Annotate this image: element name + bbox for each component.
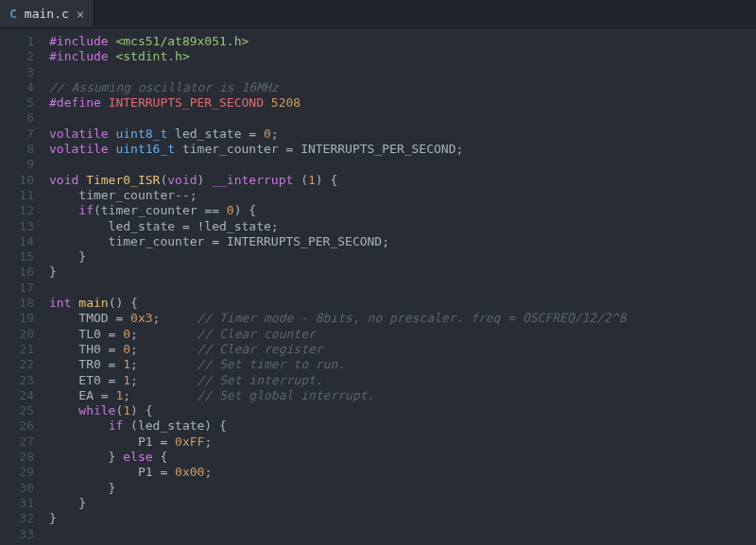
line-number: 5 <box>0 95 34 111</box>
code-line[interactable] <box>49 527 627 542</box>
code-line[interactable]: #include <stdint.h> <box>49 49 627 64</box>
line-number: 12 <box>0 203 34 218</box>
line-number: 29 <box>0 465 34 480</box>
token-kw: int <box>49 296 71 310</box>
line-number: 27 <box>0 434 34 450</box>
tab-main-c[interactable]: C main.c × <box>0 0 94 27</box>
line-number: 1 <box>0 34 34 49</box>
token-plain: } <box>49 264 57 279</box>
code-line[interactable]: if(timer_counter == 0) { <box>49 203 627 218</box>
code-line[interactable]: TR0 = 1; // Set timer to run. <box>49 357 627 372</box>
line-number: 2 <box>0 49 34 64</box>
token-cm: // Clear counter <box>198 327 316 341</box>
token-plain: timer_counter = INTERRUPTS_PER_SECOND; <box>49 234 389 248</box>
token-plain: TR0 = <box>49 357 123 371</box>
line-number: 23 <box>0 373 34 388</box>
token-plain: (led_state) { <box>123 418 227 433</box>
line-number: 10 <box>0 173 34 188</box>
code-line[interactable]: } else { <box>49 450 627 465</box>
token-type: uint8_t <box>115 127 167 141</box>
code-line[interactable]: P1 = 0x00; <box>49 465 627 480</box>
code-line[interactable]: if (led_state) { <box>49 418 627 434</box>
code-line[interactable] <box>49 157 627 172</box>
code-line[interactable] <box>49 65 627 80</box>
token-plain: } <box>49 249 86 264</box>
token-plain: TMOD = <box>49 311 130 325</box>
token-plain: ; <box>204 434 212 449</box>
code-line[interactable]: TH0 = 0; // Clear register <box>49 342 627 357</box>
code-line[interactable]: } <box>49 496 627 511</box>
tab-filename: main.c <box>25 7 69 21</box>
line-number: 15 <box>0 249 34 264</box>
line-number: 16 <box>0 264 34 280</box>
token-num: 0 <box>264 127 271 141</box>
token-plain <box>101 95 109 110</box>
line-number: 31 <box>0 496 34 511</box>
code-line[interactable]: } <box>49 249 627 264</box>
code-line[interactable]: } <box>49 264 627 280</box>
code-line[interactable]: #define INTERRUPTS_PER_SECOND 5208 <box>49 95 627 111</box>
token-plain: ; <box>130 357 197 371</box>
token-num: 0 <box>123 342 130 356</box>
token-num: 1 <box>123 357 130 371</box>
token-cm: // Timer mode - 8bits, no prescaler. fre… <box>198 311 627 325</box>
code-line[interactable]: EA = 1; // Set global interrupt. <box>49 388 627 403</box>
line-number: 22 <box>0 357 34 372</box>
code-line[interactable]: void Timer0_ISR(void) __interrupt (1) { <box>49 173 627 188</box>
code-line[interactable]: #include <mcs51/at89x051.h> <box>49 34 627 49</box>
token-plain: ; <box>204 465 212 479</box>
code-line[interactable]: TMOD = 0x3; // Timer mode - 8bits, no pr… <box>49 311 627 326</box>
token-plain: (timer_counter == <box>94 203 227 217</box>
code-line[interactable]: timer_counter--; <box>49 188 627 203</box>
line-number: 11 <box>0 188 34 203</box>
token-num: 0x00 <box>175 465 204 479</box>
tab-bar: C main.c × <box>0 0 756 28</box>
token-plain: timer_counter--; <box>49 188 198 202</box>
token-plain: P1 = <box>49 434 175 449</box>
code-line[interactable]: // Assuming oscillator is 16MHz <box>49 80 627 95</box>
line-number: 24 <box>0 388 34 403</box>
token-plain: { <box>153 450 168 464</box>
code-line[interactable]: led_state = !led_state; <box>49 219 627 234</box>
code-line[interactable]: ET0 = 1; // Set interrupt. <box>49 373 627 388</box>
token-kw: if <box>109 418 124 433</box>
code-line[interactable]: } <box>49 481 627 496</box>
code-line[interactable]: int main() { <box>49 296 627 311</box>
code-line[interactable]: P1 = 0xFF; <box>49 434 627 450</box>
line-number: 8 <box>0 142 34 157</box>
code-line[interactable]: volatile uint16_t timer_counter = INTERR… <box>49 142 627 157</box>
token-pp: #include <box>49 34 109 48</box>
token-plain <box>264 95 271 110</box>
token-plain: ) { <box>234 203 256 217</box>
token-plain <box>78 173 86 187</box>
code-line[interactable] <box>49 111 627 126</box>
token-cm: // Set interrupt. <box>198 373 323 387</box>
file-type-c-icon: C <box>9 7 17 21</box>
token-plain: ; <box>123 388 197 402</box>
token-plain: P1 = <box>49 465 175 479</box>
token-inc: <mcs51/at89x051.h> <box>115 34 249 48</box>
close-icon[interactable]: × <box>77 8 84 21</box>
code-line[interactable]: while(1) { <box>49 403 627 418</box>
token-kw: else <box>123 450 152 464</box>
code-line[interactable]: volatile uint8_t led_state = 0; <box>49 127 627 142</box>
code-line[interactable]: } <box>49 511 627 526</box>
token-plain <box>49 403 78 417</box>
code-line[interactable]: TL0 = 0; // Clear counter <box>49 327 627 342</box>
token-fn: Timer0_ISR <box>86 173 160 187</box>
token-plain <box>49 203 78 217</box>
code-line[interactable] <box>49 281 627 296</box>
code-line[interactable]: timer_counter = INTERRUPTS_PER_SECOND; <box>49 234 627 249</box>
code-area[interactable]: #include <mcs51/at89x051.h>#include <std… <box>43 28 627 545</box>
token-pp: #include <box>49 49 109 63</box>
line-number: 33 <box>0 527 34 542</box>
token-plain: ) { <box>316 173 337 187</box>
token-plain: } <box>49 481 115 495</box>
token-kw: void <box>167 173 197 187</box>
token-plain: ; <box>271 127 279 141</box>
token-kw: volatile <box>49 142 109 156</box>
line-number: 26 <box>0 418 34 434</box>
code-editor[interactable]: 1234567891011121314151617181920212223242… <box>0 28 756 545</box>
line-number: 18 <box>0 296 34 311</box>
token-kw: while <box>78 403 115 417</box>
